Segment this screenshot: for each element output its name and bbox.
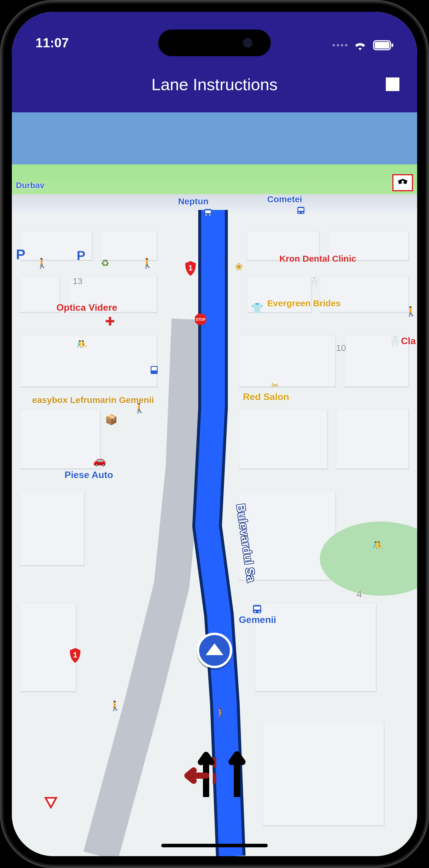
poi-kron-dental[interactable]: Kron Dental Clinic	[279, 254, 333, 264]
bus-icon[interactable]	[150, 365, 159, 376]
svg-point-20	[254, 611, 256, 612]
lane-arrow-left-straight	[180, 744, 204, 797]
home-indicator[interactable]	[161, 844, 268, 847]
lane-guidance	[180, 744, 249, 797]
pedestrian-crossing-icon: 🚶	[405, 306, 417, 317]
stop-sign-icon: STOP	[194, 313, 207, 326]
battery-icon	[373, 40, 394, 50]
poi-neptun[interactable]: Neptun	[178, 196, 208, 206]
svg-rect-5	[205, 211, 211, 213]
poi-red-salon[interactable]: Red Salon	[243, 392, 289, 402]
app-header: Lane Instructions	[12, 56, 417, 112]
route-shield-icon: 1	[184, 261, 197, 276]
bus-stop-icon[interactable]	[202, 208, 213, 219]
poi-easybox[interactable]: easybox Lefrumarin Gemenii	[32, 395, 91, 405]
poi-durbav[interactable]: Durbav	[16, 181, 45, 190]
package-icon[interactable]: 📦	[105, 413, 117, 426]
pedestrian-crossing-icon: 🚶	[36, 257, 48, 269]
scissors-icon[interactable]: ✂	[271, 380, 279, 391]
horizon-buildings	[12, 194, 417, 212]
svg-point-6	[205, 214, 207, 216]
svg-point-7	[209, 214, 211, 216]
poi-cla[interactable]: Cla	[401, 336, 416, 346]
house-number: 4	[356, 588, 362, 600]
svg-text:1: 1	[189, 264, 193, 272]
recording-dots-icon	[333, 44, 347, 46]
bus-stop-icon[interactable]	[251, 603, 263, 616]
playground-icon[interactable]: 🤼	[372, 540, 383, 550]
flower-icon[interactable]: ❀	[235, 261, 243, 272]
yield-sign-icon	[45, 797, 57, 809]
poi-cometei[interactable]: Cometei	[267, 194, 302, 204]
route-shield-icon: 1	[69, 648, 82, 663]
svg-point-10	[298, 212, 300, 213]
svg-rect-19	[254, 607, 260, 610]
svg-text:STOP: STOP	[196, 318, 205, 322]
parking-icon[interactable]: P	[16, 246, 25, 262]
svg-rect-9	[298, 208, 304, 211]
recycling-icon[interactable]: ♻	[101, 257, 110, 269]
route-street-name: Bulevardul Sa	[234, 503, 258, 583]
map-view[interactable]: Bulevardul Sa Durbav Neptun Cometei P P …	[12, 112, 417, 856]
navigation-cursor	[197, 633, 232, 668]
poi-evergreen-brides[interactable]: Evergreen Brides	[267, 298, 315, 308]
svg-point-11	[302, 212, 304, 213]
poi-piese-auto[interactable]: Piese Auto	[64, 469, 113, 480]
status-time: 11:07	[35, 35, 69, 50]
shirt-icon[interactable]: 👕	[251, 302, 263, 314]
speed-camera-icon	[392, 174, 413, 191]
pedestrian-crossing-icon: 🚶	[141, 257, 153, 269]
dental-icon[interactable]: 🦷	[389, 336, 401, 347]
bus-stop-icon[interactable]	[295, 206, 306, 216]
page-title: Lane Instructions	[151, 75, 278, 94]
car-icon[interactable]: 🚗	[93, 455, 106, 467]
parking-icon[interactable]: P	[77, 248, 85, 263]
phone-frame: 11:07 Lane Instructions	[0, 0, 429, 868]
park-area	[320, 522, 417, 596]
status-right	[333, 40, 394, 50]
house-number: 10	[336, 343, 346, 353]
pedestrian-crossing-icon: 🚶	[109, 700, 121, 711]
svg-point-21	[259, 611, 260, 612]
wifi-icon	[353, 40, 367, 50]
playground-icon[interactable]: 🤼	[77, 339, 87, 349]
notch	[158, 30, 271, 56]
poi-optica-videre[interactable]: Optica Videre	[57, 302, 117, 313]
poi-gemenii[interactable]: Gemenii	[239, 614, 276, 625]
dental-icon[interactable]: 🦷	[308, 276, 320, 288]
house-number: 13	[73, 276, 83, 286]
svg-point-3	[401, 181, 404, 183]
svg-rect-2	[392, 43, 393, 47]
medical-cross-icon[interactable]: ✚	[105, 315, 115, 328]
lane-arrow-straight	[225, 744, 249, 797]
svg-rect-1	[375, 42, 389, 49]
svg-text:1: 1	[73, 651, 77, 659]
screen: 11:07 Lane Instructions	[12, 12, 417, 856]
pedestrian-crossing-icon: 🚶	[214, 708, 226, 719]
stop-navigation-button[interactable]	[386, 78, 399, 91]
svg-rect-17	[151, 367, 157, 370]
